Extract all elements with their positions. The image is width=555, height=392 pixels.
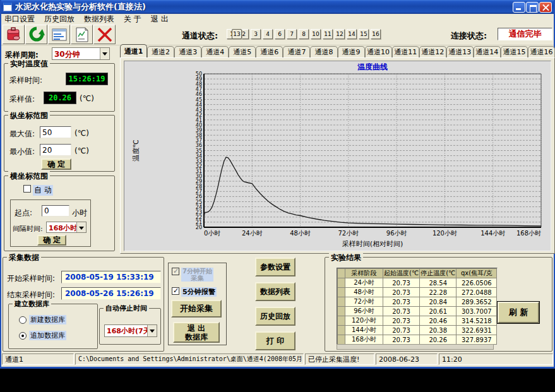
x-range-ok-button[interactable]: 确 定 bbox=[37, 235, 66, 246]
chevron-down-icon[interactable] bbox=[76, 222, 86, 232]
exit-database-button[interactable]: 退 出 数据库 bbox=[173, 322, 220, 343]
table-row[interactable]: 48小时20.7322.28272.0488 bbox=[338, 288, 497, 297]
refresh-icon[interactable] bbox=[25, 25, 47, 44]
tab-channel-4[interactable]: 通道4 bbox=[201, 46, 229, 57]
tab-channel-8[interactable]: 通道8 bbox=[310, 46, 337, 57]
channel-status-button-7[interactable]: 7 bbox=[287, 29, 297, 39]
channel-tabs: 通道1通道2通道3通道4通道5通道6通道7通道8通道9通道10通道11通道12通… bbox=[120, 44, 555, 57]
tab-channel-16[interactable]: 通道16 bbox=[528, 46, 555, 57]
table-cell: 20.73 bbox=[383, 288, 420, 297]
menu-item-1[interactable]: 串口设置 bbox=[4, 14, 35, 25]
menu-item-4[interactable]: 关 于 bbox=[124, 14, 141, 25]
channel-status-button-14[interactable]: 14 bbox=[347, 29, 357, 39]
start-collect-button[interactable]: 开始采集 bbox=[171, 300, 222, 318]
append-database-label: 追加数据库 bbox=[29, 331, 66, 340]
tab-channel-15[interactable]: 通道15 bbox=[501, 46, 528, 57]
report-icon[interactable] bbox=[71, 25, 93, 44]
append-database-option[interactable]: 追加数据库 bbox=[19, 331, 66, 340]
channel-status-button-15[interactable]: 15 bbox=[359, 29, 369, 39]
tab-channel-9[interactable]: 通道9 bbox=[338, 46, 365, 57]
alarm-checkbox-row: 5分钟报警 bbox=[172, 287, 217, 297]
table-cell: 327.8937 bbox=[457, 335, 497, 345]
menu-item-5[interactable]: 退 出 bbox=[151, 14, 169, 25]
channel-status-button-4[interactable]: 4 bbox=[263, 29, 273, 39]
tab-channel-12[interactable]: 通道12 bbox=[419, 46, 446, 57]
restore-button[interactable] bbox=[526, 2, 539, 13]
tab-channel-13[interactable]: 通道13 bbox=[446, 46, 474, 57]
history-playback-button[interactable]: 历史回放 bbox=[255, 307, 295, 326]
params-settings-button[interactable]: 参数设置 bbox=[255, 258, 295, 276]
svg-text:25: 25 bbox=[196, 199, 202, 205]
toolbar-buttons bbox=[3, 25, 116, 44]
svg-text:41: 41 bbox=[196, 117, 202, 123]
sample-value-unit: (℃) bbox=[80, 94, 94, 103]
channel-status-button-6[interactable]: 6 bbox=[275, 29, 285, 39]
start-point-input[interactable] bbox=[42, 205, 69, 217]
svg-text:温度曲线: 温度曲线 bbox=[357, 62, 388, 71]
exit-icon[interactable] bbox=[93, 25, 116, 44]
menu-item-3[interactable]: 数据列表 bbox=[84, 14, 114, 25]
collect-data-group-title: 采集数据 bbox=[7, 252, 41, 263]
tab-channel-10[interactable]: 通道10 bbox=[365, 46, 392, 57]
data-list-button[interactable]: 数据列表 bbox=[255, 282, 295, 301]
x-range-group-title: 横坐标范围 bbox=[8, 171, 50, 182]
minimize-button[interactable] bbox=[513, 2, 525, 13]
new-database-option[interactable]: 新建数据库 bbox=[19, 315, 66, 324]
table-cell: 20.46 bbox=[420, 316, 457, 326]
tab-channel-1[interactable]: 通道1 bbox=[120, 44, 147, 57]
table-row[interactable]: 144小时20.7320.38322.6931 bbox=[338, 326, 497, 335]
connect-status-label: 连接状态: bbox=[451, 30, 487, 42]
database-icon[interactable] bbox=[3, 25, 25, 44]
tab-channel-7[interactable]: 通道7 bbox=[283, 46, 310, 57]
print-button[interactable]: 打 印 bbox=[255, 331, 295, 350]
chevron-down-icon[interactable] bbox=[147, 325, 157, 336]
sample-period-dropdown[interactable]: 30分钟 bbox=[52, 47, 110, 60]
table-row[interactable]: 120小时20.7320.46314.5218 bbox=[338, 316, 497, 326]
table-row[interactable]: 72小时20.7320.84289.3652 bbox=[338, 297, 497, 307]
channel-status-button-11[interactable]: 11 bbox=[323, 29, 333, 39]
autostop-dropdown[interactable]: 168小时(7天) bbox=[104, 324, 157, 337]
status-channel: 通道1 bbox=[2, 353, 74, 365]
min-value-input[interactable] bbox=[40, 144, 71, 156]
results-group: 实验结果 采样阶段起始温度(℃停止温度(℃qx(焦耳/克24小时20.7328.… bbox=[325, 257, 552, 352]
menu-item-2[interactable]: 历史回放 bbox=[44, 14, 75, 25]
auto-checkbox[interactable] bbox=[23, 185, 31, 193]
table-row[interactable]: 24小时20.7328.54226.0506 bbox=[338, 278, 497, 288]
channel-status-button-3[interactable]: 3 bbox=[251, 29, 261, 39]
alarm-checkbox[interactable] bbox=[172, 287, 179, 295]
svg-text:24小时: 24小时 bbox=[242, 230, 263, 237]
channel-status-button-8[interactable]: 8 bbox=[299, 29, 309, 39]
channel-status-button-16[interactable]: 16 bbox=[371, 29, 381, 39]
start-delay-checkbox[interactable] bbox=[172, 268, 179, 275]
chart-area: 2021222324252627282930313233343536373839… bbox=[124, 61, 551, 251]
channel-status-button-13[interactable]: 13 bbox=[232, 29, 242, 39]
channel-status-button-12[interactable]: 12 bbox=[335, 29, 345, 39]
channel-buttons: 12345678910111213141516 bbox=[227, 29, 381, 39]
tab-channel-3[interactable]: 通道3 bbox=[174, 46, 201, 57]
close-button[interactable] bbox=[539, 2, 552, 13]
tab-channel-11[interactable]: 通道11 bbox=[392, 46, 419, 57]
table-cell: 303.7007 bbox=[457, 307, 497, 316]
interval-dropdown[interactable]: 168小时 bbox=[46, 222, 87, 233]
new-database-radio[interactable] bbox=[19, 316, 27, 324]
tab-channel-5[interactable]: 通道5 bbox=[229, 46, 256, 57]
tab-channel-6[interactable]: 通道6 bbox=[256, 46, 283, 57]
table-row[interactable]: 96小时20.7320.61303.7007 bbox=[338, 307, 497, 316]
table-row[interactable]: 168小时20.7320.26327.8937 bbox=[338, 335, 497, 345]
results-h-scrollbar[interactable] bbox=[337, 344, 494, 350]
max-value-input[interactable] bbox=[40, 126, 71, 138]
append-database-radio[interactable] bbox=[19, 332, 27, 340]
status-message: 已停止采集温度! bbox=[305, 353, 374, 365]
tab-channel-2[interactable]: 通道2 bbox=[147, 46, 174, 57]
x-range-group: 横坐标范围 自 动 起点: 小时 间隔时间: 168小时 确 定 bbox=[4, 175, 115, 251]
toolbar: 通道状态: 12345678910111213141516 连接状态: 通信完毕 bbox=[1, 24, 554, 45]
chevron-down-icon[interactable] bbox=[100, 48, 109, 59]
table-cell: 322.6931 bbox=[457, 326, 497, 335]
auto-checkbox-row: 自 动 bbox=[23, 185, 53, 196]
y-range-ok-button[interactable]: 确 定 bbox=[41, 158, 71, 170]
channel-status-button-10[interactable]: 10 bbox=[311, 29, 321, 39]
table-cell: 272.0488 bbox=[457, 288, 497, 297]
refresh-button[interactable]: 刷 新 bbox=[498, 302, 539, 323]
data-list-icon[interactable] bbox=[48, 25, 70, 44]
tab-channel-14[interactable]: 通道14 bbox=[474, 46, 501, 57]
